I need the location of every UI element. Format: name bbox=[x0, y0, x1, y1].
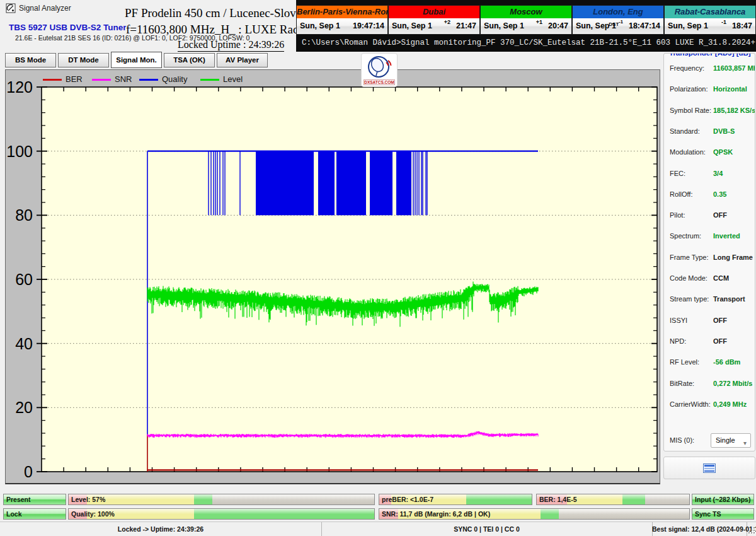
meter-snr: SNR: 11,7 dB (Margin: 6,2 dB | OK) bbox=[379, 508, 690, 520]
transponder-row: Frame Type:Long Frame bbox=[664, 248, 755, 269]
clock-rabat-casablanca: Rabat-CasablancaSun, Sep 1-118:47 bbox=[664, 5, 756, 35]
transponder-value: QPSK bbox=[713, 148, 733, 156]
window-title: Signal Analyzer bbox=[19, 4, 71, 13]
transponder-label: RF Level: bbox=[670, 358, 699, 366]
clock-utc-offset: DST-1 bbox=[609, 19, 623, 27]
clock-date: Sun, Sep 1 bbox=[392, 21, 432, 30]
mis-label: MIS (0): bbox=[670, 436, 694, 444]
transponder-panel-header: Transponder [ADJ] [dB] bbox=[669, 53, 751, 57]
clock-date: Sun, Sep 1 bbox=[484, 21, 524, 30]
svg-text:100: 100 bbox=[6, 143, 33, 160]
clock-time: Sun, Sep 1-118:47 bbox=[664, 18, 756, 35]
transponder-label: CarrierWidth: bbox=[670, 400, 711, 408]
dxsatcs-logo-text: DXSATCS.COM bbox=[364, 79, 395, 85]
tab-bs-mode[interactable]: BS Mode bbox=[5, 53, 56, 67]
indicator-sync-ts: Sync TS bbox=[692, 508, 754, 520]
transponder-row: Code Mode:CCM bbox=[664, 269, 755, 289]
statusbar-uptime: Locked -> Uptime: 24:39:26 bbox=[0, 522, 322, 536]
clock-time: Sun, Sep 1+221:47 bbox=[388, 18, 480, 35]
terminal-window: C:\Users\Roman Dávid>Signal monitoring_P… bbox=[296, 35, 756, 52]
world-clock-panel: Berlin-Paris-Vienna-RomaSun, Sep 119:47:… bbox=[296, 0, 756, 35]
transponder-value: 3/4 bbox=[713, 170, 723, 177]
clock-berlin-paris-vienna-roma: Berlin-Paris-Vienna-RomaSun, Sep 119:47:… bbox=[296, 5, 388, 35]
legend-swatch bbox=[200, 79, 219, 81]
transponder-value: 11603,857 MHz bbox=[713, 64, 755, 72]
clock-moscow: MoscowSun, Sep 1+120:47 bbox=[480, 5, 572, 35]
transponder-value: 0,272 Mbit/s bbox=[713, 380, 752, 387]
tuner-name: TBS 5927 USB DVB-S2 Tuner bbox=[9, 23, 127, 32]
legend-label: SNR bbox=[115, 74, 132, 84]
meter-preber: preBER: <1.0E-7 bbox=[379, 494, 532, 505]
transponder-label: Stream type: bbox=[670, 295, 709, 303]
statusbar-sync: SYNC 0 | TEI 0 | CC 0 bbox=[321, 522, 653, 536]
transponder-label: Frame Type: bbox=[670, 253, 709, 261]
svg-text:120: 120 bbox=[6, 78, 33, 96]
svg-text:0: 0 bbox=[24, 463, 33, 481]
tab-signal-mon-[interactable]: Signal Mon. bbox=[111, 52, 162, 68]
transponder-value: 0.35 bbox=[713, 190, 726, 198]
clock-time: Sun, Sep 1DST-118:47:14 bbox=[572, 18, 664, 35]
transponder-value: OFF bbox=[713, 337, 727, 345]
svg-text:40: 40 bbox=[15, 335, 33, 352]
satellite-dish-icon bbox=[362, 55, 396, 79]
resize-grip[interactable] bbox=[747, 526, 755, 533]
mis-dropdown[interactable]: Single ▾ bbox=[711, 433, 751, 448]
transponder-value: Inverted bbox=[713, 232, 740, 240]
tab-av-player[interactable]: AV Player bbox=[217, 53, 268, 67]
legend-label: Level bbox=[223, 74, 243, 84]
clock-time-value: 19:47:14 bbox=[353, 21, 384, 30]
transponder-row: CarrierWidth:0,249 MHz bbox=[664, 395, 755, 416]
clock-dubai: DubaiSun, Sep 1+221:47 bbox=[388, 5, 480, 35]
legend-label: BER bbox=[66, 74, 83, 84]
meter-ber: BER: 1,4E-5 bbox=[536, 494, 690, 505]
clock-date: Sun, Sep 1 bbox=[668, 21, 708, 30]
transponder-label: BitRate: bbox=[670, 380, 694, 387]
transponder-label: Frequency: bbox=[670, 64, 704, 72]
transponder-row: Symbol Rate:185,182 KS/s bbox=[664, 101, 755, 122]
statusbar-best-signal: Best signal: 12,4 dB (2024-09-01 16:11) bbox=[652, 522, 747, 536]
transponder-row: Frequency:11603,857 MHz bbox=[664, 59, 755, 79]
svg-text:80: 80 bbox=[15, 206, 33, 224]
transponder-row: Polarization:Horizontal bbox=[664, 79, 755, 100]
stream-info-button[interactable] bbox=[663, 457, 755, 479]
transponder-row: FEC:3/4 bbox=[664, 164, 755, 185]
transponder-label: Polarization: bbox=[670, 85, 708, 93]
transponder-value: Transport bbox=[713, 295, 745, 303]
transponder-label: Code Mode: bbox=[670, 274, 707, 282]
transponder-value: DVB-S bbox=[713, 127, 735, 135]
clock-city-label: Moscow bbox=[480, 5, 572, 20]
transponder-value: -56 dBm bbox=[713, 358, 740, 366]
transponder-value: 0,249 MHz bbox=[713, 400, 747, 408]
transponder-row: Standard:DVB-S bbox=[664, 122, 755, 143]
transponder-row: RollOff:0.35 bbox=[664, 185, 755, 206]
clock-utc-offset: +1 bbox=[536, 19, 542, 25]
mis-dropdown-value: Single bbox=[716, 436, 735, 444]
clock-time-value: 18:47:14 bbox=[629, 21, 660, 30]
transponder-value: Long Frame bbox=[713, 253, 753, 261]
transponder-label: Symbol Rate: bbox=[670, 107, 711, 114]
transponder-label: ISSYI bbox=[670, 317, 687, 324]
locked-uptime-title: Locked Uptime : 24:39:26 bbox=[178, 39, 284, 52]
transponder-label: RollOff: bbox=[670, 190, 692, 198]
legend-swatch bbox=[139, 79, 158, 81]
clock-london-eng: London, EngSun, Sep 1DST-118:47:14 bbox=[572, 5, 664, 35]
clock-city-label: London, Eng bbox=[572, 5, 664, 20]
transponder-label: FEC: bbox=[670, 170, 685, 177]
clock-utc-offset: +2 bbox=[444, 19, 450, 25]
dxsatcs-logo: DXSATCS.COM bbox=[361, 53, 398, 87]
app-icon bbox=[6, 3, 16, 13]
statusbar: Locked -> Uptime: 24:39:26 SYNC 0 | TEI … bbox=[0, 521, 756, 536]
clock-time: Sun, Sep 1+120:47 bbox=[480, 18, 572, 35]
transponder-label: Spectrum: bbox=[670, 232, 701, 240]
transponder-label: Pilot: bbox=[670, 211, 685, 219]
transponder-value: OFF bbox=[713, 317, 727, 324]
clock-utc-offset: -1 bbox=[721, 19, 726, 25]
tab-dt-mode[interactable]: DT Mode bbox=[58, 53, 109, 67]
stream-list-icon bbox=[703, 463, 716, 473]
legend-swatch bbox=[43, 79, 62, 81]
tab-tsa-ok-[interactable]: TSA (OK) bbox=[164, 53, 215, 67]
transponder-value: OFF bbox=[713, 211, 727, 219]
svg-text:20: 20 bbox=[15, 399, 33, 416]
svg-text:60: 60 bbox=[15, 271, 33, 288]
clock-date: Sun, Sep 1 bbox=[300, 21, 340, 30]
